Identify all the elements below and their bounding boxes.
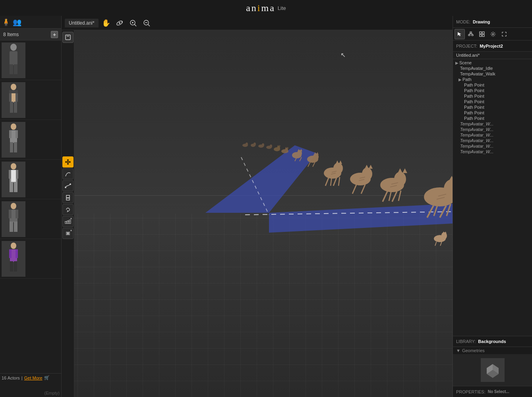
svg-rect-52 [66, 198, 70, 200]
actor-item[interactable] [0, 239, 61, 279]
file-name-row: Untitled.ani* [453, 52, 532, 59]
svg-marker-111 [402, 168, 407, 173]
path-label: Path [462, 77, 472, 82]
avatar-idle-label: TempAvatar_Idle [460, 66, 493, 71]
svg-rect-55 [67, 221, 69, 224]
get-more-link[interactable]: Get More [24, 376, 43, 380]
actors-count-label: 16 Actors [2, 376, 20, 380]
svg-rect-147 [468, 35, 470, 36]
items-count: 8 Items [3, 32, 19, 37]
svg-marker-73 [287, 147, 288, 148]
svg-rect-54 [65, 222, 67, 224]
viewport-canvas[interactable]: ▲ ▲ [62, 30, 453, 397]
actor-item[interactable] [0, 80, 61, 120]
project-bar: PROJECT: MyProject2 [453, 40, 532, 52]
viewport: Untitled.ani* ✋ [62, 16, 453, 397]
tree-item-path-point-7[interactable]: Path Point [453, 116, 532, 121]
tree-item-path-point-5[interactable]: Path Point [453, 104, 532, 110]
svg-rect-29 [14, 222, 17, 232]
path-curve-btn[interactable] [62, 168, 74, 179]
actor-item[interactable] [0, 120, 61, 160]
path-point-4-label: Path Point [464, 99, 484, 104]
tree-item-path-point-2[interactable]: Path Point [453, 88, 532, 93]
svg-rect-146 [470, 32, 472, 33]
grid-mode-btn[interactable] [477, 29, 487, 39]
tree-item-temp-walk-6[interactable]: TempAvatar_W... [453, 149, 532, 154]
svg-rect-51 [66, 195, 70, 198]
path-point-3-label: Path Point [464, 94, 484, 98]
items-header: 8 Items + [0, 29, 61, 40]
scaffold-btn[interactable] [62, 192, 74, 203]
svg-point-37 [119, 22, 120, 24]
actor-item[interactable] [0, 199, 61, 239]
tree-item-temp-walk-1[interactable]: TempAvatar_W... [453, 121, 532, 127]
temp-walk-1-label: TempAvatar_W... [460, 121, 493, 126]
path-point-6-label: Path Point [464, 110, 484, 115]
sequence-btn[interactable]: ▲ [62, 228, 74, 239]
settings-btn[interactable] [488, 29, 498, 39]
tree-item-path-point-6[interactable]: Path Point [453, 110, 532, 116]
avatar-walk-label: TempAvatar_Walk [460, 71, 495, 76]
actor-item[interactable] [0, 160, 61, 199]
geometry-thumbnail[interactable] [481, 358, 505, 382]
actor-thumbnail [2, 122, 25, 158]
move-tool-btn[interactable] [62, 156, 74, 168]
hierarchy-mode-btn[interactable] [466, 29, 476, 39]
hand-tool-btn[interactable]: ✋ [100, 17, 112, 29]
main-area: 🧍 👥 8 Items + [0, 16, 532, 397]
mode-label: MODE: [456, 19, 470, 24]
mode-value: Drawing [473, 19, 490, 24]
tree-item-path-point-4[interactable]: Path Point [453, 99, 532, 104]
temp-walk-5-label: TempAvatar_W... [460, 144, 493, 148]
tree-item-temp-walk-2[interactable]: TempAvatar_W... [453, 127, 532, 132]
expand-viewport-btn[interactable] [62, 32, 74, 43]
svg-rect-26 [9, 210, 12, 218]
zoom-fit-btn[interactable] [141, 17, 153, 29]
cart-icon[interactable]: 🛒 [44, 375, 50, 380]
svg-point-30 [11, 243, 16, 249]
scene-tree: ▶ Scene TempAvatar_Idle TempAvatar_Walk … [453, 59, 532, 336]
svg-rect-1 [10, 51, 17, 65]
svg-rect-156 [482, 35, 484, 37]
svg-point-67 [277, 146, 280, 150]
draw-path-btn[interactable] [62, 180, 74, 191]
rotate-btn[interactable] [62, 204, 74, 215]
tree-item-path[interactable]: ▶ Path [453, 77, 532, 82]
expand-panel-btn[interactable] [499, 29, 509, 39]
bottom-bar: 16 Actors | Get More 🛒 (Empty) [0, 373, 61, 397]
properties-bar: PROPERTIES: No Select... [453, 386, 532, 397]
tree-item-temp-walk-4[interactable]: TempAvatar_W... [453, 138, 532, 143]
right-icon-toolbar [453, 28, 532, 40]
tree-item-avatar-idle[interactable]: TempAvatar_Idle [453, 66, 532, 71]
scene-label: Scene [459, 60, 472, 65]
tree-item-temp-walk-5[interactable]: TempAvatar_W... [453, 143, 532, 149]
svg-point-17 [11, 163, 16, 170]
path-point-1-label: Path Point [464, 83, 484, 87]
library-bar: LIBRARY: Backgrounds [453, 336, 532, 347]
actor-item[interactable] [0, 40, 61, 80]
tree-item-temp-walk-3[interactable]: TempAvatar_W... [453, 132, 532, 138]
svg-rect-15 [10, 142, 13, 152]
center-tools: ✋ [100, 17, 153, 29]
tree-item-path-point-1[interactable]: Path Point [453, 82, 532, 88]
tree-item-scene[interactable]: ▶ Scene [453, 60, 532, 66]
rotate-tool-btn[interactable] [114, 17, 126, 29]
project-label: PROJECT: [456, 44, 477, 48]
group-actor-icon[interactable]: 👥 [13, 18, 21, 27]
single-actor-icon[interactable]: 🧍 [2, 18, 10, 27]
file-tab[interactable]: Untitled.ani* [65, 19, 99, 27]
actor-thumbnail [2, 201, 25, 237]
cursor-mode-btn[interactable] [455, 29, 465, 39]
add-item-button[interactable]: + [51, 31, 58, 38]
scatter-btn[interactable]: ▲ [62, 216, 74, 227]
svg-marker-105 [369, 165, 373, 169]
left-tools-panel: ▲ ▲ [62, 30, 74, 397]
svg-rect-9 [14, 102, 17, 113]
svg-point-103 [362, 168, 372, 180]
scene-path-svg [74, 30, 453, 397]
tree-item-path-point-3[interactable]: Path Point [453, 93, 532, 99]
svg-point-75 [270, 145, 272, 148]
zoom-in-btn[interactable] [127, 17, 139, 29]
project-value: MyProject2 [480, 44, 503, 48]
tree-item-avatar-walk[interactable]: TempAvatar_Walk [453, 71, 532, 77]
